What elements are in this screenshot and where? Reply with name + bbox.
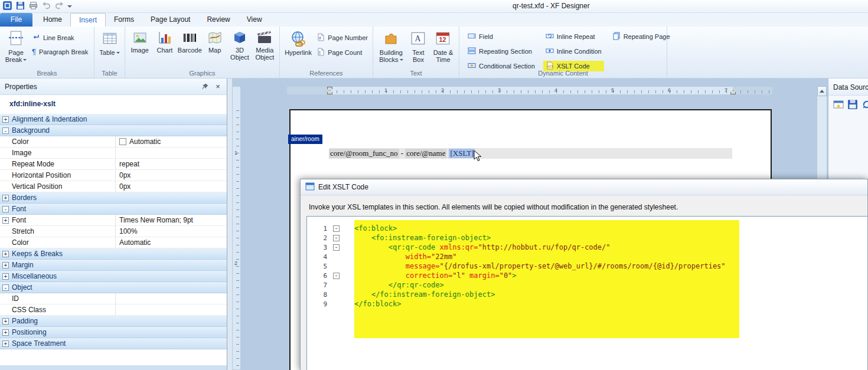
property-category-row[interactable]: +Miscellaneous [0,271,227,282]
undo-button[interactable] [41,1,51,11]
line-break-button[interactable]: Line Break [30,32,90,43]
property-row[interactable]: Horizontal Position0px [0,170,227,181]
date-time-button[interactable]: 12 Date & Time [430,29,456,68]
code-line[interactable]: correction="l" margin="0"> [354,271,867,280]
property-category-row[interactable]: +Margin [0,260,227,271]
tab-view[interactable]: View [239,13,270,27]
expander-icon[interactable]: + [2,329,9,336]
property-category-row[interactable]: -Background [0,125,227,136]
inline-repeat-button[interactable]: Inline Repeat [543,31,604,42]
document-content-line[interactable]: core/@room_func_no - core/@name[XSLT] [329,148,732,159]
property-value[interactable]: 0px [115,181,227,192]
property-row[interactable]: Repeat Moderepeat [0,159,227,170]
code-line[interactable]: <fo:instream-foreign-object> [354,233,867,243]
property-value[interactable]: repeat [115,159,227,169]
property-value[interactable]: Automatic [115,237,227,248]
code-line[interactable]: message="{/drofus-xml/property-set/@web_… [354,261,867,271]
expander-icon[interactable]: - [2,206,9,212]
image-button[interactable]: Image [128,29,152,68]
property-value[interactable]: Times New Roman; 9pt [115,215,227,225]
hyperlink-button[interactable]: Hyperlink [282,29,314,68]
field-token-room-func-no[interactable]: core/@room_func_no [329,149,399,158]
property-row[interactable]: CSS Class [0,304,227,316]
property-category-row[interactable]: +Keeps & Breaks [0,248,227,260]
media-object-button[interactable]: Media Object [253,29,277,68]
building-blocks-button[interactable]: Building Blocks [376,29,407,68]
property-value[interactable]: Automatic [115,136,227,147]
property-category-row[interactable]: +Borders [0,192,227,204]
property-value[interactable] [115,304,227,315]
expander-icon[interactable]: + [2,340,9,347]
property-value[interactable]: 100% [115,226,227,237]
expander-icon[interactable]: + [2,195,9,201]
property-category-row[interactable]: -Font [0,204,227,215]
tab-forms[interactable]: Forms [106,13,142,27]
property-row[interactable]: ColorAutomatic [0,136,227,148]
expander-icon[interactable]: + [2,217,9,224]
expander-icon[interactable]: + [2,251,9,257]
property-category-row[interactable]: +Alignment & Indentation [0,114,227,125]
property-row[interactable]: ColorAutomatic [0,237,227,248]
tab-home[interactable]: Home [35,13,70,27]
checkbox[interactable] [119,138,126,145]
code-line[interactable]: </fo:block> [354,299,867,309]
redo-button[interactable] [54,1,64,11]
expander-icon[interactable]: - [2,127,9,134]
paragraph-break-button[interactable]: ¶ Paragraph Break [30,47,90,56]
fold-toggle-icon[interactable]: - [333,244,340,251]
close-icon[interactable]: × [214,83,222,91]
field-button[interactable]: Field [465,31,537,42]
repeating-page-button[interactable]: Repeating Page [610,31,673,42]
xslt-inline-marker[interactable]: [XSLT] [449,149,475,158]
expander-icon[interactable]: + [2,273,9,280]
code-lines[interactable]: <fo:block> <fo:instream-foreign-object> … [354,224,867,309]
inline-condition-button[interactable]: Inline Condition [543,46,604,57]
field-token-name[interactable]: core/@name [405,149,446,158]
property-row[interactable]: Image [0,148,227,159]
pin-icon[interactable] [201,83,209,91]
table-button[interactable]: Table [97,29,122,68]
text-box-button[interactable]: A Text Box [407,29,430,68]
property-value[interactable] [115,293,227,304]
chart-button[interactable]: Chart [152,29,177,68]
code-line[interactable]: </fo:instream-foreign-object> [354,290,867,299]
save-datasource-icon[interactable] [847,99,858,110]
element-breadcrumb-tag[interactable]: ainer/room [288,135,322,144]
property-value[interactable]: 0px [115,170,227,181]
fold-toggle-icon[interactable]: - [333,235,340,241]
scroll-up-button[interactable] [817,86,827,96]
property-row[interactable]: Vertical Position0px [0,181,227,192]
page-break-button[interactable]: Page Break [2,29,30,68]
tab-insert[interactable]: Insert [70,13,106,27]
fold-toggle-icon[interactable]: - [333,273,340,279]
repeating-section-button[interactable]: Repeating Section [465,46,537,57]
tab-page-layout[interactable]: Page Layout [142,13,198,27]
expander-icon[interactable]: + [2,318,9,325]
dialog-title-bar[interactable]: Edit XSLT Code [301,179,867,195]
page-number-button[interactable]: # Page Number [314,32,370,43]
property-row[interactable]: ID [0,293,227,304]
property-category-row[interactable]: -Object [0,282,227,293]
property-category-row[interactable]: +Padding [0,316,227,327]
expander-icon[interactable]: + [2,116,9,123]
code-line[interactable]: width="22mm" [354,252,867,261]
print-button[interactable] [28,1,38,11]
property-row[interactable]: Stretch100% [0,226,227,237]
qat-customize-dropdown-icon[interactable] [67,5,72,10]
code-line[interactable]: <fo:block> [354,224,867,233]
code-line[interactable]: <qr:qr-code xmlns:qr="http://hobbut.ru/f… [354,243,867,252]
save-button[interactable] [15,1,25,11]
map-button[interactable]: Map [203,29,227,68]
expander-icon[interactable]: + [2,262,9,269]
panel-splitter[interactable] [227,78,232,370]
property-category-row[interactable]: +Space Treatment [0,338,227,349]
property-row[interactable]: +FontTimes New Roman; 9pt [0,215,227,226]
page-count-button[interactable]: Σ Page Count [314,47,370,58]
tab-review[interactable]: Review [198,13,238,27]
tab-file[interactable]: File [0,13,32,27]
expander-icon[interactable]: - [2,284,9,291]
fold-toggle-icon[interactable]: - [333,225,340,232]
xslt-code-editor[interactable]: 1-2-3-4-5-6-7-8-9- <fo:block> <fo:instre… [306,216,867,370]
refresh-icon[interactable] [862,99,868,110]
barcode-button[interactable]: Barcode [178,29,202,68]
